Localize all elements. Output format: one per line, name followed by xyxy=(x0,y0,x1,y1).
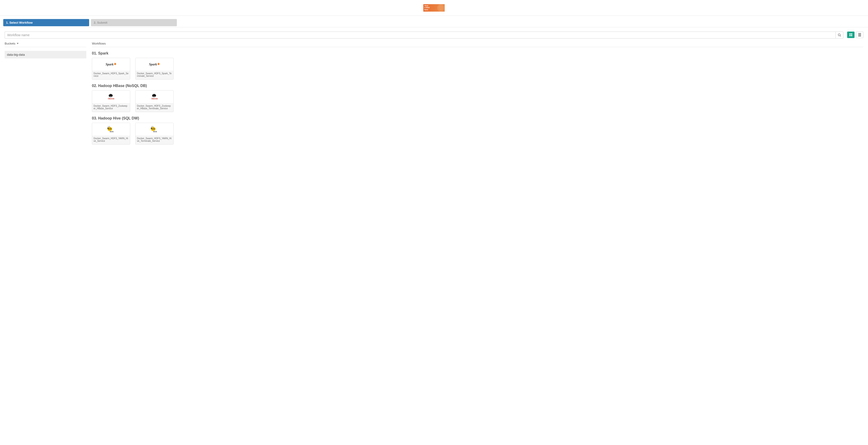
topbar: Your LOGO here xyxy=(0,0,868,16)
workflows-header: Workflows xyxy=(92,42,863,47)
spark-icon xyxy=(135,58,174,71)
buckets-title: Buckets xyxy=(5,42,15,45)
bucket-item[interactable]: data-big-data xyxy=(5,51,86,59)
workflow-card-name: Docker_Swarm_HDFS_Spark_Service xyxy=(92,71,130,80)
search-row xyxy=(5,32,863,38)
buckets-header[interactable]: Buckets xyxy=(5,42,86,47)
hive-icon xyxy=(135,123,174,136)
workflow-card[interactable]: Docker_Swarm_HDFS_Spark_Terminate_Servic… xyxy=(135,58,174,80)
logo-head-icon xyxy=(437,4,444,11)
group-title-spark: 01. Spark xyxy=(92,51,863,56)
hbase-icon xyxy=(92,91,130,103)
workflow-card[interactable]: Docker_Swarm_HDFS_Zookeeper_HBase_Termin… xyxy=(135,90,174,112)
workflow-card[interactable]: Docker_Swarm_HDFS_Zookeeper_HBase_Servic… xyxy=(92,90,130,112)
list-icon xyxy=(858,33,861,36)
grid-view-button[interactable] xyxy=(847,32,855,38)
step-submit: 2. Submit xyxy=(91,19,177,26)
group-title-hive: 03. Hadoop Hive (SQL DW) xyxy=(92,116,863,120)
workflow-card-name: Docker_Swarm_HDFS_Zookeeper_HBase_Servic… xyxy=(92,103,130,112)
search-group xyxy=(5,32,843,38)
columns: Buckets data-big-data Workflows 01. Spar… xyxy=(5,42,863,145)
workflow-card[interactable]: Docker_Swarm_HDFS_YARN_Hive_Terminate_Se… xyxy=(135,123,174,145)
workflow-card-name: Docker_Swarm_HDFS_YARN_Hive_Terminate_Se… xyxy=(135,136,174,144)
group-cards-spark: Docker_Swarm_HDFS_Spark_Service Docker_S… xyxy=(92,58,863,80)
grid-icon xyxy=(849,33,852,36)
view-toggles xyxy=(847,32,863,38)
group-title-hbase: 02. Hadoop HBase (NoSQL DB) xyxy=(92,84,863,88)
hive-icon xyxy=(92,123,130,136)
list-view-button[interactable] xyxy=(856,32,863,38)
workflow-card[interactable]: Docker_Swarm_HDFS_Spark_Service xyxy=(92,58,130,80)
group-cards-hbase: Docker_Swarm_HDFS_Zookeeper_HBase_Servic… xyxy=(92,90,863,112)
content: Buckets data-big-data Workflows 01. Spar… xyxy=(0,27,868,149)
hbase-icon xyxy=(135,91,174,103)
workflow-card[interactable]: Docker_Swarm_HDFS_YARN_Hive_Service xyxy=(92,123,130,145)
search-input[interactable] xyxy=(5,32,836,38)
search-button[interactable] xyxy=(836,32,843,38)
wizard-steps: 1. Select Workflow 2. Submit xyxy=(0,16,868,27)
workflow-card-name: Docker_Swarm_HDFS_Zookeeper_HBase_Termin… xyxy=(135,103,174,112)
group-cards-hive: Docker_Swarm_HDFS_YARN_Hive_Service Dock… xyxy=(92,123,863,145)
search-icon xyxy=(838,33,841,37)
step-select-workflow[interactable]: 1. Select Workflow xyxy=(3,19,89,26)
workflows-title: Workflows xyxy=(92,42,106,45)
logo: Your LOGO here xyxy=(423,4,445,11)
workflow-card-name: Docker_Swarm_HDFS_Spark_Terminate_Servic… xyxy=(135,71,174,80)
spark-icon xyxy=(92,58,130,71)
workflow-card-name: Docker_Swarm_HDFS_YARN_Hive_Service xyxy=(92,136,130,144)
sidebar: Buckets data-big-data xyxy=(5,42,86,145)
caret-down-icon xyxy=(17,43,19,44)
main-panel: Workflows 01. Spark Docker_Swarm_HDFS_Sp… xyxy=(92,42,863,145)
